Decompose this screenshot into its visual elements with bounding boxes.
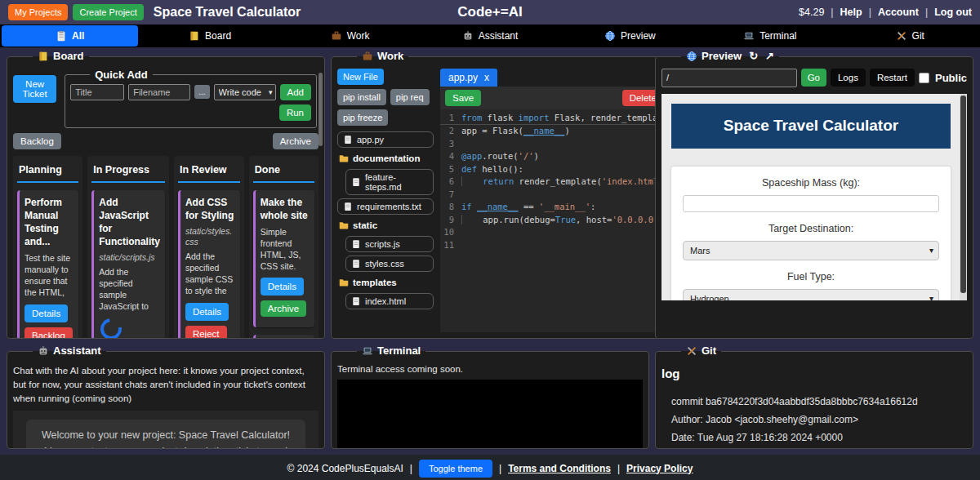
tab-all[interactable]: All (2, 25, 138, 47)
add-ticket-button[interactable]: Add (280, 84, 311, 100)
preview-url-input[interactable] (662, 69, 797, 87)
ticket-card[interactable]: Make the whole site Simple frontend HTML… (253, 190, 314, 327)
details-button[interactable]: Details (24, 304, 68, 322)
card-filename: static/scripts.js (99, 252, 160, 263)
tab-assistant[interactable]: Assistant (420, 24, 559, 47)
my-projects-button[interactable]: My Projects (8, 4, 68, 20)
assistant-intro: Chat with the AI about your project here… (13, 364, 318, 406)
ticket-filename-input[interactable] (128, 84, 190, 100)
column-header: In Review (178, 161, 240, 183)
file-item[interactable]: styles.css (345, 256, 434, 272)
editor-tab-app-py[interactable]: app.py x (440, 69, 497, 87)
new-file-button[interactable]: New File (337, 69, 384, 85)
new-ticket-button[interactable]: New Ticket (13, 75, 56, 103)
open-external-icon[interactable]: ↗ (765, 50, 774, 62)
quick-add-legend: Quick Add (90, 69, 153, 81)
git-commit-hash: commit ba6784220f3d04aabbdf35da8bbbc7634… (671, 395, 967, 408)
briefcase-icon (362, 51, 373, 62)
destination-select[interactable]: Mars (683, 241, 939, 260)
fuel-select[interactable]: Hydrogen (683, 289, 939, 300)
details-button[interactable]: Details (185, 303, 229, 321)
card-description: Test the site manually to ensure that th… (24, 252, 74, 299)
tab-git[interactable]: Git (840, 24, 980, 47)
archive-button[interactable]: Archive (273, 133, 318, 149)
footer: © 2024 CodePlusEqualsAI | Toggle theme |… (0, 455, 980, 480)
code-line: 8if __name__ == '__main__': (440, 201, 669, 214)
ticket-card[interactable]: Add JavaScript for Functionality static/… (91, 190, 165, 340)
code-area[interactable]: 1from flask import Flask, render_templat… (440, 109, 669, 333)
file-icon (343, 135, 353, 144)
create-project-button[interactable]: Create Project (73, 4, 143, 20)
code-line: 7 (440, 189, 669, 202)
site-form-card: Spaceship Mass (kg): Target Destination:… (671, 167, 951, 300)
file-item[interactable]: scripts.js (345, 236, 434, 252)
close-tab-icon[interactable]: x (484, 72, 489, 83)
privacy-link[interactable]: Privacy Policy (626, 463, 693, 474)
tab-board[interactable]: Board (140, 24, 279, 47)
column-header: In Progress (91, 161, 165, 183)
account-link[interactable]: Account (878, 7, 919, 18)
code-line: 5def hello(): (440, 163, 669, 176)
file-icon (351, 296, 361, 306)
logs-button[interactable]: Logs (831, 69, 866, 87)
laptop-icon (362, 345, 373, 357)
tab-preview[interactable]: Preview (560, 24, 700, 47)
main-row: Board New Ticket Quick Add ... Write cod… (7, 50, 973, 339)
details-button[interactable]: Details (261, 278, 304, 296)
file-item[interactable]: feature-steps.md (345, 169, 434, 195)
backlog-card-button[interactable]: Backlog (24, 327, 73, 340)
go-button[interactable]: Go (801, 69, 826, 87)
preview-scrollbar-thumb[interactable] (960, 96, 966, 294)
folder-item[interactable]: static (337, 218, 434, 233)
preview-scrollbar[interactable] (960, 94, 967, 300)
ticket-action-select[interactable]: Write code (214, 84, 276, 100)
laptop-icon (743, 30, 755, 42)
help-link[interactable]: Help (840, 7, 862, 18)
pip-install-button[interactable]: pip install (337, 89, 386, 105)
pip-req-button[interactable]: pip req (390, 89, 430, 105)
pip-freeze-button[interactable]: pip freeze (337, 109, 388, 126)
preview-frame[interactable]: Space Travel Calculator Spaceship Mass (… (662, 94, 967, 300)
folder-item[interactable]: documentation (337, 151, 434, 166)
reject-button[interactable]: Reject (185, 326, 227, 340)
column-header: Planning (17, 161, 78, 183)
code-editor: app.py x Save Delete 1from flask import … (440, 69, 669, 333)
file-item[interactable]: index.html (345, 293, 434, 309)
board-scrollbar-thumb[interactable] (318, 73, 323, 146)
public-checkbox[interactable] (919, 73, 929, 83)
tab-work[interactable]: Work (280, 24, 420, 47)
file-item[interactable]: requirements.txt (337, 198, 434, 215)
card-description: Simple frontend HTML, JS, CSS site. (261, 226, 310, 272)
more-options-button[interactable]: ... (194, 85, 209, 99)
preview-panel: Preview ↻ ↗ Go Logs Restart Public Space… (655, 50, 973, 339)
backlog-button[interactable]: Backlog (13, 133, 61, 149)
mass-input[interactable] (683, 195, 939, 212)
ticket-title-input[interactable] (70, 84, 124, 100)
project-title: Space Travel Calculator (154, 5, 301, 20)
robot-icon (462, 30, 474, 42)
restart-button[interactable]: Restart (870, 69, 915, 87)
terms-link[interactable]: Terms and Conditions (508, 463, 611, 474)
code-line: 1from flask import Flask, render_templat… (440, 112, 669, 126)
file-icon (351, 177, 361, 187)
code-line: 2app = Flask(__name__) (440, 125, 669, 138)
board-panel: Board New Ticket Quick Add ... Write cod… (7, 50, 325, 339)
ticket-card[interactable]: Define Features and Steps in... document… (253, 335, 314, 340)
terminal-screen[interactable] (337, 380, 643, 448)
file-icon (343, 202, 353, 211)
card-filename: static/styles.css (185, 226, 235, 247)
folder-item[interactable]: templates (337, 275, 434, 290)
archive-card-button[interactable]: Archive (261, 300, 306, 317)
top-header: My Projects Create Project Space Travel … (0, 0, 980, 24)
ticket-card[interactable]: Add CSS for Styling static/styles.css Ad… (178, 190, 240, 340)
run-ticket-button[interactable]: Run (279, 104, 311, 121)
save-button[interactable]: Save (445, 90, 481, 106)
tab-terminal[interactable]: Terminal (700, 24, 840, 47)
kanban-column-in-progress: In Progress Add JavaScript for Functiona… (87, 156, 169, 340)
public-label: Public (935, 72, 967, 84)
toggle-theme-button[interactable]: Toggle theme (419, 460, 492, 478)
ticket-card[interactable]: Perform Manual Testing and... Test the s… (17, 190, 78, 340)
refresh-icon[interactable]: ↻ (749, 50, 758, 62)
file-item[interactable]: app.py (337, 131, 434, 148)
logout-link[interactable]: Log out (934, 7, 972, 18)
